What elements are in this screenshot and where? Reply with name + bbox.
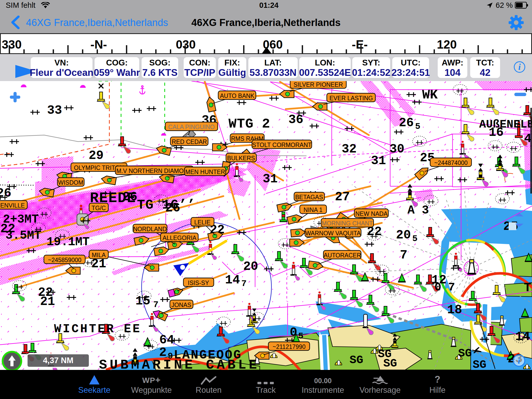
svg-text:7: 7 [241,279,247,289]
svg-text:64: 64 [159,333,174,347]
svg-text:5: 5 [412,234,417,244]
svg-text:31: 31 [263,172,278,186]
svg-text:5: 5 [298,331,303,341]
svg-text:5: 5 [415,122,420,131]
svg-text:NORDLAND: NORDLAND [133,226,167,232]
svg-text:SILVER PIONEER: SILVER PIONEER [294,81,343,88]
svg-text:AUTO BANK: AUTO BANK [220,92,255,99]
svg-text:SG: SG [350,354,363,367]
svg-text:14: 14 [515,330,530,344]
svg-text:TG 16’’: TG 16’’ [137,197,195,213]
svg-text:WICHTER EE: WICHTER EE [54,322,141,336]
svg-text:~244874000: ~244874000 [434,159,468,166]
svg-text:AUTORACER: AUTORACER [324,252,361,259]
svg-text:7: 7 [153,300,158,310]
svg-text:26: 26 [399,116,414,130]
svg-text:21: 21 [40,295,55,309]
svg-text:CALA PINGUINO: CALA PINGUINO [168,124,215,130]
svg-text:A 3: A 3 [408,204,429,217]
svg-text:ALLEGORIA: ALLEGORIA [163,235,197,241]
svg-text:26: 26 [0,186,11,200]
svg-text:~211217990: ~211217990 [273,343,306,350]
svg-text:27: 27 [335,190,350,204]
svg-text:29: 29 [89,149,104,163]
svg-text:SG: SG [473,358,487,370]
svg-text:T: T [524,281,531,295]
svg-text:LELIE: LELIE [194,219,211,226]
svg-text:30: 30 [389,142,404,156]
svg-text:7: 7 [400,248,408,262]
svg-text:19.1MT: 19.1MT [46,235,90,249]
svg-text:HENVILLE: HENVILLE [0,202,25,209]
svg-text:WARNOW VAQUITA: WARNOW VAQUITA [305,230,361,237]
svg-text:31: 31 [371,154,386,168]
svg-text:SG: SG [458,347,472,360]
svg-text:32: 32 [342,142,357,156]
svg-text:120: 120 [437,38,457,51]
svg-text:WTG 2: WTG 2 [228,116,270,132]
svg-text:STOLT CORMORANT: STOLT CORMORANT [252,142,312,148]
svg-text:20: 20 [243,260,258,274]
svg-text:MEN HUNTER: MEN HUNTER [185,169,225,175]
svg-text:EVER LASTING: EVER LASTING [329,95,373,102]
svg-text:15: 15 [135,294,150,308]
svg-text:0 7: 0 7 [434,281,455,294]
svg-text:0: 0 [290,325,297,340]
svg-text:TG/C: TG/C [92,205,106,211]
svg-text:-N-: -N- [90,38,107,51]
svg-text:RED CEDAR: RED CEDAR [172,138,207,145]
svg-text:JONAS: JONAS [171,302,191,308]
svg-text:i: i [518,356,520,365]
svg-text:MILA: MILA [92,252,106,258]
svg-text:ISIS-SY: ISIS-SY [188,280,209,286]
svg-text:-E-: -E- [352,38,368,51]
svg-text:WK: WK [422,88,438,102]
svg-text:36: 36 [288,113,303,127]
svg-text:NINA 1: NINA 1 [304,207,323,213]
svg-text:18: 18 [447,303,462,317]
svg-text:2+3MT: 2+3MT [3,213,39,226]
svg-text:AUßENELB: AUßENELB [479,118,532,131]
svg-text:WISDOM: WISDOM [58,179,83,186]
svg-text:MORNING CHANT: MORNING CHANT [322,220,373,227]
svg-text:BULKERS: BULKERS [227,155,255,162]
svg-text:330: 330 [2,38,22,51]
svg-text:BETAGAS: BETAGAS [295,194,323,201]
svg-text:20: 20 [396,228,411,242]
svg-text:M.V NORTHERN DIAMOND: M.V NORTHERN DIAMOND [116,168,192,174]
svg-text:SUBMARINE CABLE: SUBMARINE CABLE [99,357,260,370]
svg-text:33: 33 [47,103,62,117]
svg-text:SG: SG [383,357,397,370]
svg-text:NEW NADA: NEW NADA [355,210,388,217]
svg-text:~245859000: ~245859000 [48,257,82,263]
svg-text:14: 14 [225,273,240,287]
svg-text:3.5MT: 3.5MT [5,229,41,242]
